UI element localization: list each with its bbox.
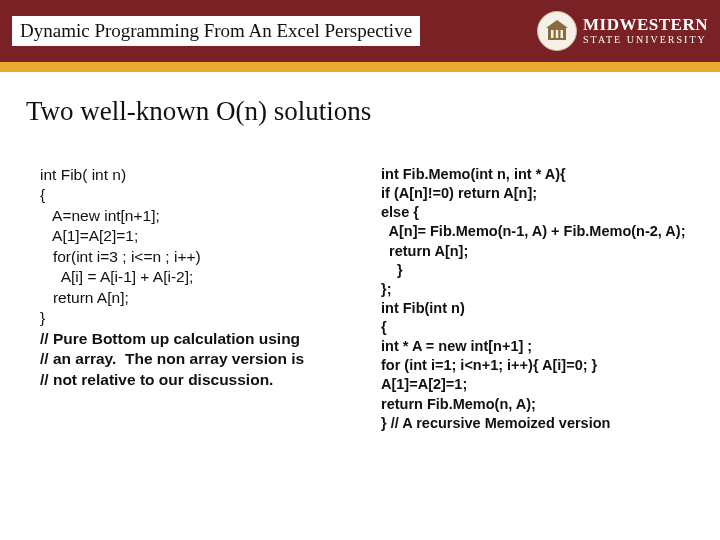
svg-rect-3 bbox=[556, 30, 559, 38]
comment-line: // not relative to our discussion. bbox=[40, 371, 273, 388]
code-line: } bbox=[40, 309, 45, 326]
code-line: }; bbox=[381, 281, 391, 297]
code-line: A[i] = A[i-1] + A[i-2]; bbox=[40, 268, 193, 285]
university-logo: MIDWESTERN STATE UNIVERSITY bbox=[537, 11, 708, 51]
header-title-box: Dynamic Programming From An Excel Perspe… bbox=[12, 16, 420, 46]
logo-line2: STATE UNIVERSITY bbox=[583, 35, 708, 45]
svg-rect-4 bbox=[561, 30, 564, 38]
code-line: int Fib.Memo(int n, int * A){ bbox=[381, 166, 566, 182]
slide-title: Two well-known O(n) solutions bbox=[0, 72, 720, 127]
code-line: int Fib( int n) bbox=[40, 166, 126, 183]
code-line: for(int i=3 ; i<=n ; i++) bbox=[40, 248, 201, 265]
logo-text: MIDWESTERN STATE UNIVERSITY bbox=[583, 17, 708, 45]
code-line: } bbox=[381, 262, 403, 278]
code-line: return A[n]; bbox=[381, 243, 468, 259]
code-line: for (int i=1; i<n+1; i++){ A[i]=0; } bbox=[381, 357, 597, 373]
code-line: } // A recursive Memoized version bbox=[381, 415, 610, 431]
svg-rect-2 bbox=[551, 30, 554, 38]
header-title: Dynamic Programming From An Excel Perspe… bbox=[20, 20, 412, 41]
code-line: int Fib(int n) bbox=[381, 300, 465, 316]
svg-marker-1 bbox=[546, 20, 568, 28]
code-line: A=new int[n+1]; bbox=[40, 207, 160, 224]
code-left-column: int Fib( int n) { A=new int[n+1]; A[1]=A… bbox=[40, 165, 361, 433]
code-line: A[1]=A[2]=1; bbox=[381, 376, 467, 392]
code-right-column: int Fib.Memo(int n, int * A){ if (A[n]!=… bbox=[381, 165, 702, 433]
header-bar: Dynamic Programming From An Excel Perspe… bbox=[0, 0, 720, 72]
comment-line: // an array. The non array version is bbox=[40, 350, 304, 367]
code-line: return Fib.Memo(n, A); bbox=[381, 396, 536, 412]
logo-line1: MIDWESTERN bbox=[583, 17, 708, 33]
code-line: if (A[n]!=0) return A[n]; bbox=[381, 185, 537, 201]
comment-line: // Pure Bottom up calculation using bbox=[40, 330, 300, 347]
code-line: { bbox=[40, 186, 45, 203]
code-line: int * A = new int[n+1] ; bbox=[381, 338, 532, 354]
logo-seal-icon bbox=[537, 11, 577, 51]
code-line: A[n]= Fib.Memo(n-1, A) + Fib.Memo(n-2, A… bbox=[381, 223, 685, 239]
code-line: return A[n]; bbox=[40, 289, 129, 306]
content-area: int Fib( int n) { A=new int[n+1]; A[1]=A… bbox=[0, 127, 720, 433]
code-line: { bbox=[381, 319, 387, 335]
code-line: A[1]=A[2]=1; bbox=[40, 227, 138, 244]
code-line: else { bbox=[381, 204, 419, 220]
